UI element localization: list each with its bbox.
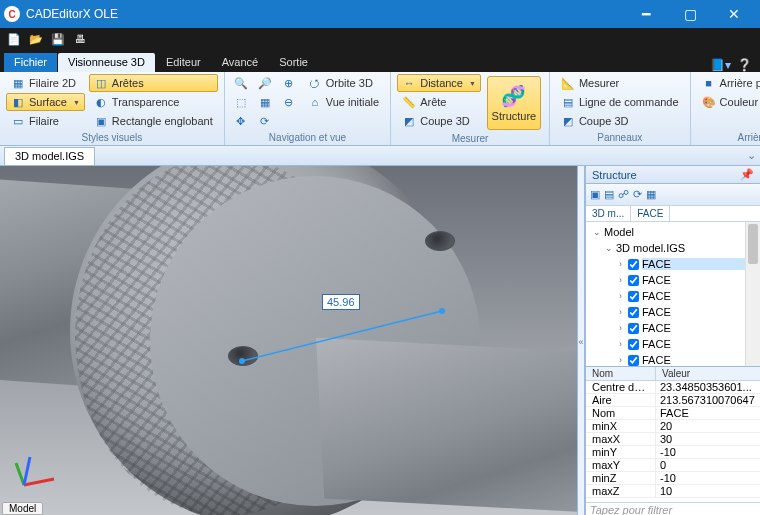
- btn-nav-zoomout[interactable]: ⊖: [279, 93, 299, 111]
- btn-nav-zoom[interactable]: 🔍: [231, 74, 251, 92]
- btn-bg-black[interactable]: ■Arrière plan noir: [697, 74, 760, 92]
- btn-nav-zoomin[interactable]: ⊕: [279, 74, 299, 92]
- btn-section3d[interactable]: ◩Coupe 3D: [397, 112, 481, 130]
- btn-panel-section[interactable]: ◩Coupe 3D: [556, 112, 684, 130]
- window-minimize-button[interactable]: ━: [624, 0, 668, 28]
- tree-visibility-checkbox[interactable]: [628, 259, 639, 270]
- structure-toolbar: ▣ ▤ ☍ ⟳ ▦: [586, 184, 760, 206]
- document-tab[interactable]: 3D model.IGS: [4, 147, 95, 165]
- qat-new-icon[interactable]: 📄: [6, 31, 22, 47]
- tree-visibility-checkbox[interactable]: [628, 323, 639, 334]
- qat-print-icon[interactable]: 🖶: [72, 31, 88, 47]
- tree-visibility-checkbox[interactable]: [628, 307, 639, 318]
- structure-subtabs: 3D m... FACE: [586, 206, 760, 222]
- tree-visibility-checkbox[interactable]: [628, 275, 639, 286]
- btn-structure-big[interactable]: 🧬 Structure: [487, 76, 541, 130]
- structure-panel: Structure 📌 ▣ ▤ ☍ ⟳ ▦ 3D m... FACE ⌄Mode…: [585, 166, 760, 515]
- wireframe2d-icon: ▦: [11, 76, 25, 90]
- tab-output[interactable]: Sortie: [269, 53, 318, 72]
- tree-node-face: ›FACE: [588, 336, 758, 352]
- sheet-tab-model[interactable]: Model: [2, 502, 43, 515]
- window-close-button[interactable]: ✕: [712, 0, 756, 28]
- structure-icon: 🧬: [501, 84, 526, 108]
- twisty-icon[interactable]: ›: [616, 259, 625, 269]
- twisty-icon[interactable]: ⌄: [592, 227, 601, 237]
- window-maximize-button[interactable]: ▢: [668, 0, 712, 28]
- panel-collapse-grip[interactable]: «: [577, 166, 585, 515]
- tab-viewer3d[interactable]: Visionneuse 3D: [58, 53, 155, 72]
- btn-panel-measure[interactable]: 📐Mesurer: [556, 74, 684, 92]
- tree-node-face: ›FACE: [588, 256, 758, 272]
- ribbon-options-icon[interactable]: 📘▾: [710, 58, 731, 72]
- btn-bg-color[interactable]: 🎨Couleur d'arrière-plan: [697, 93, 760, 111]
- tb-more-icon[interactable]: ▦: [646, 188, 656, 201]
- home-view-icon: ⌂: [308, 95, 322, 109]
- structure-panel-title: Structure 📌: [586, 166, 760, 184]
- ruler-icon: 📐: [561, 76, 575, 90]
- twisty-icon[interactable]: ⌄: [604, 243, 613, 253]
- btn-surface[interactable]: ◧Surface▼: [6, 93, 85, 111]
- document-tab-bar: 3D model.IGS ⌄: [0, 146, 760, 166]
- prop-row: minX20: [586, 420, 760, 433]
- refresh-icon: ⟳: [258, 114, 272, 128]
- property-grid: Nom Valeur Centre de masses23.3485035360…: [586, 366, 760, 515]
- tab-advanced[interactable]: Avancé: [212, 53, 269, 72]
- surface-icon: ◧: [11, 95, 25, 109]
- qat-open-icon[interactable]: 📂: [28, 31, 44, 47]
- btn-initial-view[interactable]: ⌂Vue initiale: [303, 93, 384, 111]
- tb-filter-icon[interactable]: ☍: [618, 188, 629, 201]
- tree-visibility-checkbox[interactable]: [628, 355, 639, 366]
- prop-row: NomFACE: [586, 407, 760, 420]
- btn-transparency[interactable]: ◐Transparence: [89, 93, 218, 111]
- tab-file[interactable]: Fichier: [4, 53, 57, 72]
- btn-wireframe2d[interactable]: ▦Filaire 2D: [6, 74, 85, 92]
- cmdline-icon: ▤: [561, 95, 575, 109]
- ribbon-tab-row: Fichier Visionneuse 3D Editeur Avancé So…: [0, 50, 760, 72]
- btn-bounding-box[interactable]: ▣Rectangle englobant: [89, 112, 218, 130]
- btn-nav-5[interactable]: ⟳: [255, 112, 275, 130]
- section3d-icon: ◩: [561, 114, 575, 128]
- btn-edges[interactable]: ◫Arêtes: [89, 74, 218, 92]
- viewport-3d[interactable]: 45.96 Model: [0, 166, 577, 515]
- view-icon: ▦: [258, 95, 272, 109]
- btn-nav-4[interactable]: ▦: [255, 93, 275, 111]
- btn-nav-fit[interactable]: 🔎: [255, 74, 275, 92]
- btn-panel-cmdline[interactable]: ▤Ligne de commande: [556, 93, 684, 111]
- btn-wireframe[interactable]: ▭Filaire: [6, 112, 85, 130]
- color-bg-icon: 🎨: [702, 95, 716, 109]
- tree-node-face: ›FACE: [588, 272, 758, 288]
- bbox-icon: ▣: [94, 114, 108, 128]
- tb-refresh-icon[interactable]: ⟳: [633, 188, 642, 201]
- svg-line-4: [16, 463, 24, 485]
- zoom-icon: 🔍: [234, 76, 248, 90]
- tree-node-face: ›FACE: [588, 288, 758, 304]
- tree-visibility-checkbox[interactable]: [628, 291, 639, 302]
- ribbon-help-icon[interactable]: ❔: [737, 58, 752, 72]
- tree-scrollbar[interactable]: [745, 222, 760, 366]
- tb-collapse-icon[interactable]: ▤: [604, 188, 614, 201]
- fit-icon: 🔎: [258, 76, 272, 90]
- btn-nav-zoomwin[interactable]: ⬚: [231, 93, 251, 111]
- prop-row: Centre de masses23.34850353601...: [586, 381, 760, 394]
- app-icon: C: [4, 6, 20, 22]
- tab-editor[interactable]: Editeur: [156, 53, 211, 72]
- btn-orbit3d[interactable]: ⭯Orbite 3D: [303, 74, 384, 92]
- btn-nav-pan[interactable]: ✥: [231, 112, 251, 130]
- axis-triad-icon: [12, 449, 60, 497]
- pin-icon[interactable]: 📌: [740, 168, 754, 181]
- doctabs-expand-icon[interactable]: ⌄: [742, 149, 760, 162]
- structure-tree[interactable]: ⌄Model ⌄3D model.IGS ›FACE ›FACE ›FACE ›…: [586, 222, 760, 366]
- subtab-face[interactable]: FACE: [631, 206, 670, 221]
- btn-measure-edge[interactable]: 📏Arête: [397, 93, 481, 111]
- btn-distance[interactable]: ↔Distance▼: [397, 74, 481, 92]
- tb-expand-icon[interactable]: ▣: [590, 188, 600, 201]
- tree-node-model: ⌄Model: [588, 224, 758, 240]
- prop-row: Aire213.567310070647: [586, 394, 760, 407]
- pan-icon: ✥: [234, 114, 248, 128]
- prop-filter-input[interactable]: Tapez pour filtrer: [586, 502, 760, 515]
- zoom-out-icon: ⊖: [282, 95, 296, 109]
- qat-save-icon[interactable]: 💾: [50, 31, 66, 47]
- prop-row: minZ-10: [586, 472, 760, 485]
- subtab-3dmodel[interactable]: 3D m...: [586, 206, 631, 221]
- tree-visibility-checkbox[interactable]: [628, 339, 639, 350]
